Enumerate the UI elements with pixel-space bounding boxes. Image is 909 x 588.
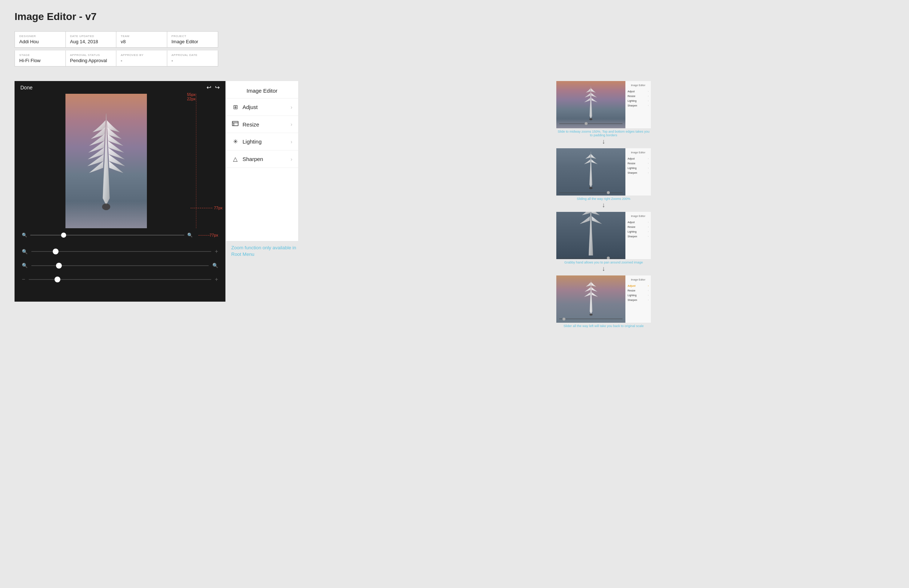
menu-item-lighting[interactable]: ✳ Lighting › [226,133,298,150]
slider3-track[interactable] [29,279,211,280]
sharpen-icon: △ [231,155,239,162]
thumbnail-card-1: Image Editor Adjust› Resize› Lighting› S… [556,81,651,128]
menu-item-resize[interactable]: Resize › [226,116,298,133]
bottom-content: 🔍 + 🔍 🔍 − [15,241,298,302]
thumb-side-menu-3: Image Editor Adjust› Resize› Lighting› S… [625,212,651,259]
right-thumbnails-column: Image Editor Adjust› Resize› Lighting› S… [313,81,894,330]
meta-stage: STAGE Hi-Fi Flow [15,50,66,66]
svg-point-5 [589,187,593,189]
thumb-side-menu-1: Image Editor Adjust› Resize› Lighting› S… [625,81,651,128]
thumbnail-group-3: Image Editor Adjust› Resize› Lighting› S… [313,212,894,273]
thumb-side-menu-4: Image Editor Adjust› Resize› Lighting› S… [625,275,651,323]
editor-controls: ↩ ↪ [207,84,220,91]
thumb-feather-2 [580,150,602,190]
meta-approval-status: APPROVAL STATUS Pending Approval [66,50,117,66]
zoom-slider-thumb[interactable] [61,233,66,237]
slider-row-1: 🔍 + [22,248,218,255]
thumbnail-group-1: Image Editor Adjust› Resize› Lighting› S… [313,81,894,146]
zoom-note: Zoom function only available in Root Men… [231,245,297,258]
svg-rect-1 [232,121,238,126]
slider2-track[interactable] [31,265,209,266]
feather-svg [84,110,128,212]
page-title: Image Editor - v7 [15,11,894,23]
slider3-plus-icon: + [215,276,218,283]
adjust-icon: ⊞ [231,103,239,110]
meta-approval-date: APPROVAL DATE - [167,50,218,66]
editor-header: Done ↩ ↪ [15,81,225,94]
slider1-thumb[interactable] [53,249,58,254]
resize-icon [231,121,239,128]
lighting-chevron: › [291,139,292,145]
svg-point-4 [589,118,592,120]
thumb-caption-1: Slide to midway zooms 150%. Top and bott… [556,130,651,137]
meta-date: DATE UPDATED Aug 14, 2018 [66,32,117,47]
thumb-feather-4 [581,278,601,317]
metadata-row2: STAGE Hi-Fi Flow APPROVAL STATUS Pending… [15,50,218,66]
svg-point-0 [102,204,110,210]
feather-image [65,94,147,228]
slider-row-3: − + [22,276,218,283]
zoom-in-icon[interactable]: 🔍 [187,233,193,237]
slider1-min-icon: 🔍 [22,249,27,254]
done-button[interactable]: Done [20,85,32,90]
thumb-caption-4: Slider all the way left will take you ba… [564,324,644,328]
menu-panel: Image Editor ⊞ Adjust › [225,81,298,241]
zoom-out-icon[interactable]: 🔍 [22,233,27,237]
thumbnail-card-4: Image Editor Adjust› Resize› Lighting› S… [556,275,651,323]
bottom-controls-panel: 🔍 + 🔍 🔍 − [15,241,225,302]
meta-team: TEAM v8 [116,32,167,47]
thumb-arrow-3: ↓ [602,265,605,273]
thumb-feather-3 [578,212,603,255]
thumb-feather-1 [582,85,600,121]
thumb-side-menu-2: Image Editor Adjust› Resize› Lighting› S… [625,148,651,195]
menu-title: Image Editor [226,81,298,99]
annotation-bottom: 77px [209,233,218,237]
resize-chevron: › [291,121,292,127]
thumb-arrow-2: ↓ [602,201,605,209]
redo-icon[interactable]: ↪ [215,84,220,91]
slider1-track[interactable] [31,251,211,252]
thumbnail-group-2: Image Editor Adjust› Resize› Lighting› S… [313,148,894,210]
editor-panel: Done ↩ ↪ 55px 22px [15,81,225,241]
slider2-min-icon: 🔍 [22,263,27,268]
adjust-chevron: › [291,104,292,110]
zoom-bar-area: 🔍 🔍 77px [15,230,225,241]
menu-item-sharpen[interactable]: △ Sharpen › [226,150,298,168]
slider2-max-icon: 🔍 [212,263,218,268]
thumb-caption-2: Sliding all the way right Zooms 200% [577,197,631,200]
meta-designer: DESIGNER Addi Hou [15,32,66,47]
thumb-image-2 [556,148,625,195]
thumb-arrow-1: ↓ [602,138,605,145]
svg-point-7 [589,313,592,315]
thumb-caption-3: Grabby hand allows you to pan around zoo… [564,260,643,264]
meta-approved-by: APPROVED BY - [116,50,167,66]
thumb-image-3 [556,212,625,259]
metadata-row1: DESIGNER Addi Hou DATE UPDATED Aug 14, 2… [15,31,218,48]
thumb-image-1 [556,81,625,128]
sharpen-chevron: › [291,156,292,162]
thumbnail-group-4: Image Editor Adjust› Resize› Lighting› S… [313,275,894,328]
menu-item-adjust[interactable]: ⊞ Adjust › [226,99,298,116]
slider1-max-icon: + [215,248,218,255]
zoom-slider-track[interactable] [30,235,184,236]
lighting-icon: ✳ [231,138,239,145]
slider3-minus-icon: − [22,276,25,283]
thumbnail-card-3: Image Editor Adjust› Resize› Lighting› S… [556,212,651,259]
slider2-thumb[interactable] [56,263,62,268]
slider3-thumb[interactable] [55,276,60,283]
thumb-image-4 [556,275,625,323]
annotation-right: 77px [214,206,223,210]
thumbnail-card-2: Image Editor Adjust› Resize› Lighting› S… [556,148,651,195]
slider-row-2: 🔍 🔍 [22,263,218,268]
meta-project: PROJECT Image Editor [167,32,218,47]
undo-icon[interactable]: ↩ [207,84,211,91]
